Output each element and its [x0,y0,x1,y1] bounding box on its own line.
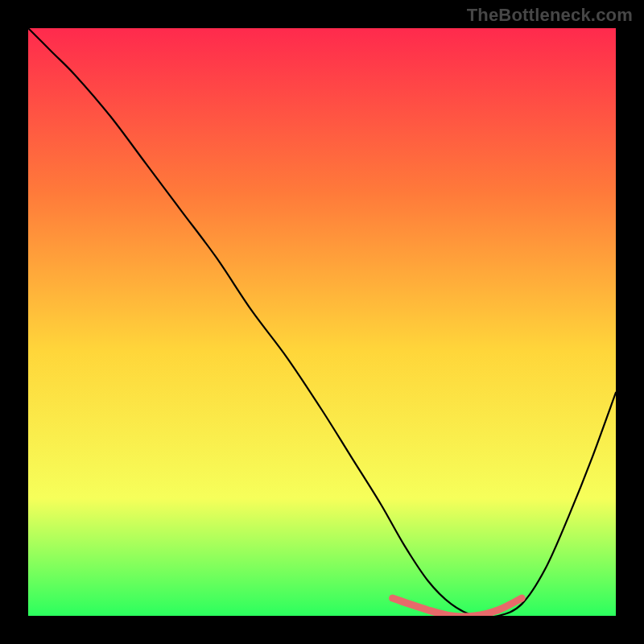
watermark-text: TheBottleneck.com [467,5,633,26]
chart-svg [28,28,616,616]
gradient-background [28,28,616,616]
chart-frame: TheBottleneck.com [0,0,644,644]
plot-area [28,28,616,616]
